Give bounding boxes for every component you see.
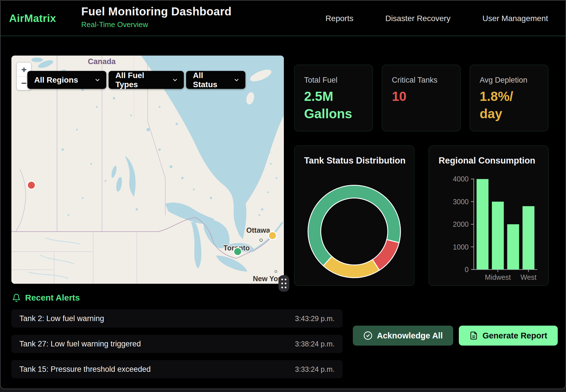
alert-row: Tank 15: Pressure threshold exceeded 3:3… (11, 360, 343, 378)
alert-text: Tank 27: Low fuel warning triggered (19, 340, 141, 348)
regional-consumption-bar-chart: 01000200030004000MidwestWest (429, 146, 548, 285)
chevron-down-icon (94, 77, 101, 83)
generate-report-button[interactable]: Generate Report (459, 326, 558, 346)
y-tick-label: 1000 (453, 243, 469, 251)
nav-reports[interactable]: Reports (325, 14, 353, 23)
map-panel: Canada Ottawa Toronto New York + − All R… (11, 56, 284, 284)
tank-marker-ok[interactable] (234, 248, 242, 256)
map-resize-grip-icon[interactable] (278, 275, 289, 292)
y-tick-label: 4000 (453, 175, 469, 183)
stat-value-avg-depletion: 1.8%/day (480, 88, 513, 122)
x-tick-label: West (520, 273, 536, 281)
status-filter-value: All Status (193, 71, 228, 89)
tank-status-card: Tank Status Distribution (294, 146, 414, 286)
map-canvas[interactable]: Canada Ottawa Toronto New York (11, 56, 284, 284)
y-tick-label: 0 (465, 266, 469, 273)
y-tick-label: 2000 (453, 220, 469, 228)
x-tick-label: Midwest (485, 273, 511, 281)
alert-time: 3:43:29 p.m. (295, 315, 335, 323)
fuel-type-filter-dropdown[interactable]: All Fuel Types (109, 71, 184, 89)
status-filter-dropdown[interactable]: All Status (186, 71, 245, 89)
newyork-town-icon (275, 271, 277, 273)
bar-3 (522, 206, 534, 270)
generate-report-label: Generate Report (482, 331, 547, 340)
region-filter-value: All Regions (34, 75, 78, 85)
region-filter-dropdown[interactable]: All Regions (27, 71, 106, 89)
alert-text: Tank 15: Pressure threshold exceeded (19, 365, 151, 374)
map-filters: All Regions All Fuel Types All Status (27, 71, 245, 89)
stat-card-avg-depletion: Avg Depletion 1.8%/day (470, 65, 548, 131)
nav-user-management[interactable]: User Management (482, 14, 548, 23)
chevron-down-icon (233, 77, 240, 83)
donut-segment-warning (323, 256, 379, 278)
title-block: Fuel Monitoring Dashboard Real-Time Over… (81, 5, 231, 29)
bar-0 (477, 179, 488, 269)
stat-label: Total Fuel (304, 76, 337, 85)
alert-row: Tank 2: Low fuel warning 3:43:29 p.m. (11, 309, 343, 328)
alert-row: Tank 27: Low fuel warning triggered 3:38… (11, 335, 343, 353)
stat-label: Critical Tanks (392, 76, 437, 85)
brand-logo: AirMatrix (9, 1, 56, 36)
country-label: Canada (88, 57, 116, 66)
tank-status-donut (294, 146, 414, 285)
alerts-heading-text: Recent Alerts (25, 293, 80, 303)
alert-time: 3:33:24 p.m. (295, 365, 335, 373)
header: AirMatrix Fuel Monitoring Dashboard Real… (1, 1, 565, 36)
y-tick-label: 3000 (453, 198, 469, 206)
city-label-ottawa: Ottawa (246, 226, 270, 234)
acknowledge-all-label: Acknowledge All (377, 331, 443, 340)
stat-value-critical-tanks: 10 (392, 88, 406, 105)
ottawa-town-icon (260, 239, 262, 242)
stat-label: Avg Depletion (480, 76, 528, 85)
tank-marker-warning[interactable] (268, 232, 276, 240)
alert-time: 3:38:24 p.m. (295, 340, 335, 348)
alert-text: Tank 2: Low fuel warning (19, 314, 104, 323)
bar-1 (492, 202, 504, 270)
dashboard-window: AirMatrix Fuel Monitoring Dashboard Real… (0, 0, 566, 389)
stat-card-total-fuel: Total Fuel 2.5MGallons (294, 65, 373, 131)
alerts-heading: Recent Alerts (12, 293, 80, 303)
tank-marker-critical[interactable] (27, 181, 35, 189)
fuel-type-filter-value: All Fuel Types (115, 71, 167, 89)
stat-card-critical-tanks: Critical Tanks 10 (382, 65, 461, 131)
bar-2 (507, 224, 519, 270)
page-subtitle: Real-Time Overview (81, 20, 231, 29)
bell-icon (12, 293, 21, 302)
chevron-down-icon (172, 77, 178, 83)
stat-value-total-fuel: 2.5MGallons (304, 88, 352, 122)
check-circle-icon (363, 331, 372, 340)
regional-consumption-card: Regional Consumption 01000200030004000Mi… (429, 146, 549, 286)
acknowledge-all-button[interactable]: Acknowledge All (353, 326, 453, 346)
main-nav: Reports Disaster Recovery User Managemen… (325, 1, 548, 36)
page-title: Fuel Monitoring Dashboard (81, 5, 231, 18)
nav-disaster-recovery[interactable]: Disaster Recovery (385, 14, 451, 23)
report-document-icon (469, 331, 478, 340)
